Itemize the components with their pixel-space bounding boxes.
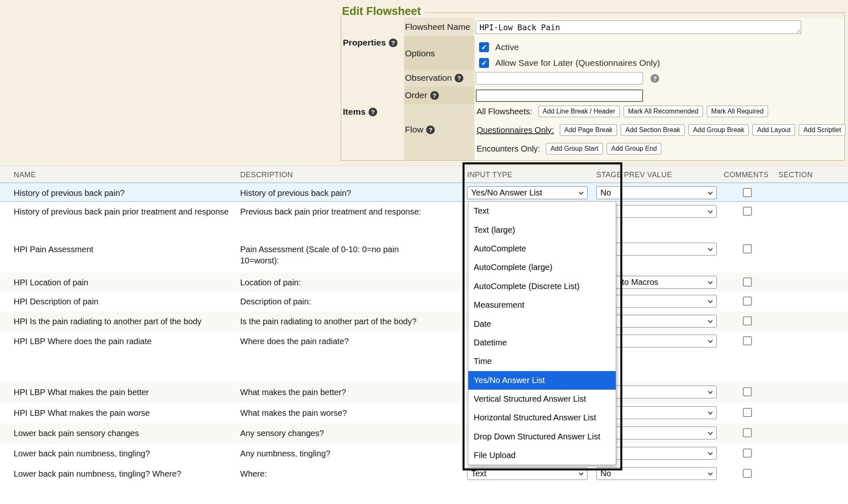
- items-section-label: Items ?: [343, 107, 377, 117]
- observation-input[interactable]: [476, 72, 643, 84]
- dropdown-option-autocomplete-discrete-list[interactable]: AutoComplete (Discrete List): [468, 277, 616, 296]
- add-layout-button[interactable]: Add Layout: [752, 124, 795, 136]
- table-row: Lower back pain numbness, tingling? Wher…: [0, 464, 848, 484]
- comments-checkbox[interactable]: [743, 188, 752, 197]
- comments-checkbox[interactable]: [743, 469, 752, 478]
- stage-prev-value-select[interactable]: No: [596, 186, 717, 199]
- chevron-down-icon: [708, 281, 713, 285]
- dropdown-option-horizontal-structured-answer-list[interactable]: Horizontal Structured Answer List: [468, 408, 616, 427]
- mark-all-required-button[interactable]: Mark All Required: [707, 106, 768, 117]
- row-name: HPI LBP What makes the pain better: [14, 387, 229, 398]
- items-label-text: Items: [343, 107, 366, 117]
- allow-save-for-later-checkbox[interactable]: ✓: [479, 58, 489, 68]
- panel-title: Edit Flowsheet: [341, 5, 425, 18]
- add-section-break-button[interactable]: Add Section Break: [621, 124, 685, 136]
- row-description: Pain Assessment (Scale of 0-10: 0=no pai…: [240, 244, 464, 266]
- dropdown-option-text-large[interactable]: Text (large): [468, 220, 616, 239]
- dropdown-option-file-upload[interactable]: File Upload: [468, 446, 616, 465]
- add-group-break-button[interactable]: Add Group Break: [689, 124, 749, 136]
- active-checkbox[interactable]: ✓: [479, 42, 489, 52]
- input-type-select[interactable]: Yes/No Answer List: [467, 186, 588, 199]
- flowsheet-name-input[interactable]: [476, 20, 801, 34]
- comments-checkbox[interactable]: [743, 428, 752, 437]
- dropdown-option-vertical-structured-answer-list[interactable]: Vertical Structured Answer List: [468, 390, 616, 408]
- dropdown-option-date[interactable]: Date: [468, 314, 616, 333]
- column-header-section: SECTION: [778, 171, 813, 179]
- chevron-down-icon: [708, 210, 713, 214]
- table-row: HPI LBP What makes the pain worseWhat ma…: [0, 403, 848, 423]
- add-scriptlet-button[interactable]: Add Scriptlet: [799, 124, 846, 136]
- field-label-text: Options: [405, 48, 435, 58]
- table-row: HPI LBP What makes the pain betterWhat m…: [0, 382, 848, 403]
- row-name: HPI Description of pain: [14, 296, 229, 307]
- flow-group-all-flowsheets: All Flowsheets:Add Line Break / HeaderMa…: [477, 105, 768, 118]
- stage-prev-value-select[interactable]: No: [596, 467, 717, 480]
- dropdown-option-measurement[interactable]: Measurement: [468, 296, 616, 314]
- add-group-end-button[interactable]: Add Group End: [607, 143, 661, 154]
- chevron-down-icon: [708, 320, 713, 323]
- comments-checkbox[interactable]: [743, 244, 752, 253]
- table-row: Lower back pain numbness, tingling?Any n…: [0, 444, 848, 464]
- comments-checkbox[interactable]: [743, 449, 752, 458]
- table-row: HPI LBP Where does the pain radiateWhere…: [0, 331, 848, 382]
- comments-checkbox[interactable]: [743, 408, 752, 417]
- dropdown-option-text[interactable]: Text: [468, 202, 616, 220]
- row-description: What makes the pain better?: [240, 387, 464, 398]
- chevron-down-icon: [708, 432, 713, 435]
- stage-prev-value: No: [600, 469, 611, 478]
- row-description: What makes the pain worse?: [240, 408, 464, 419]
- add-line-break-header-button[interactable]: Add Line Break / Header: [538, 106, 620, 117]
- row-name: Lower back pain numbness, tingling? Wher…: [14, 468, 229, 480]
- help-icon[interactable]: ?: [650, 74, 659, 83]
- row-description: Where:: [240, 468, 464, 480]
- row-name: Lower back pain sensory changes: [14, 428, 229, 439]
- table-row: HPI Is the pain radiating to another par…: [0, 311, 848, 331]
- chevron-down-icon: [708, 248, 713, 251]
- flow-label: Flow ?: [405, 125, 435, 135]
- order-label: Order ?: [405, 90, 439, 100]
- help-icon[interactable]: ?: [426, 125, 435, 134]
- column-header-description: DESCRIPTION: [240, 171, 293, 179]
- row-name: History of previous back pain prior trea…: [14, 206, 229, 217]
- dropdown-option-time[interactable]: Time: [468, 352, 616, 371]
- comments-checkbox[interactable]: [743, 336, 752, 345]
- comments-checkbox[interactable]: [743, 297, 752, 306]
- mark-all-recommended-button[interactable]: Mark All Recommended: [624, 106, 703, 117]
- active-checkbox-label: Active: [495, 42, 519, 52]
- help-icon[interactable]: ?: [430, 91, 439, 100]
- comments-checkbox[interactable]: [743, 277, 752, 287]
- dropdown-option-drop-down-structured-answer-list[interactable]: Drop Down Structured Answer List: [468, 427, 616, 446]
- column-header-input-type: INPUT TYPE: [467, 171, 512, 179]
- row-name: History of previous back pain?: [14, 188, 229, 199]
- row-name: HPI LBP What makes the pain worse: [14, 408, 229, 419]
- comments-checkbox[interactable]: [743, 207, 752, 216]
- field-label-text: Flow: [405, 125, 423, 135]
- order-input[interactable]: [476, 89, 643, 102]
- help-icon[interactable]: ?: [455, 74, 463, 82]
- column-header-name: NAME: [14, 171, 36, 179]
- row-description: Is the pain radiating to another part of…: [240, 316, 464, 327]
- dropdown-option-autocomplete-large[interactable]: AutoComplete (large): [468, 258, 616, 277]
- help-icon[interactable]: ?: [369, 108, 377, 116]
- comments-checkbox[interactable]: [743, 387, 752, 396]
- flowsheet-name-label: Flowsheet Name: [405, 22, 470, 32]
- row-description: Any sensory changes?: [240, 428, 464, 439]
- row-description: Description of pain:: [240, 296, 464, 307]
- dropdown-option-yes-no-answer-list[interactable]: Yes/No Answer List: [468, 371, 616, 390]
- dropdown-option-datetime[interactable]: Datetime: [468, 333, 616, 352]
- column-header-comments: COMMENTS: [724, 171, 768, 179]
- row-name: HPI Location of pain: [14, 277, 229, 288]
- field-label-text: Flowsheet Name: [405, 22, 470, 32]
- table-row: History of previous back pain?History of…: [0, 183, 848, 202]
- input-type-select[interactable]: Text: [467, 467, 588, 480]
- help-icon[interactable]: ?: [389, 39, 398, 47]
- row-description: Where does the pain radiate?: [240, 336, 464, 347]
- flow-group-label: Questionnaires Only:: [477, 125, 554, 135]
- dropdown-option-autocomplete[interactable]: AutoComplete: [468, 239, 616, 258]
- add-page-break-button[interactable]: Add Page Break: [560, 124, 617, 136]
- chevron-down-icon: [708, 472, 713, 476]
- add-group-start-button[interactable]: Add Group Start: [546, 143, 603, 154]
- row-name: HPI Pain Assessment: [14, 244, 229, 255]
- flow-group-questionnaires-only: Questionnaires Only:Add Page BreakAdd Se…: [477, 124, 846, 136]
- comments-checkbox[interactable]: [743, 316, 752, 326]
